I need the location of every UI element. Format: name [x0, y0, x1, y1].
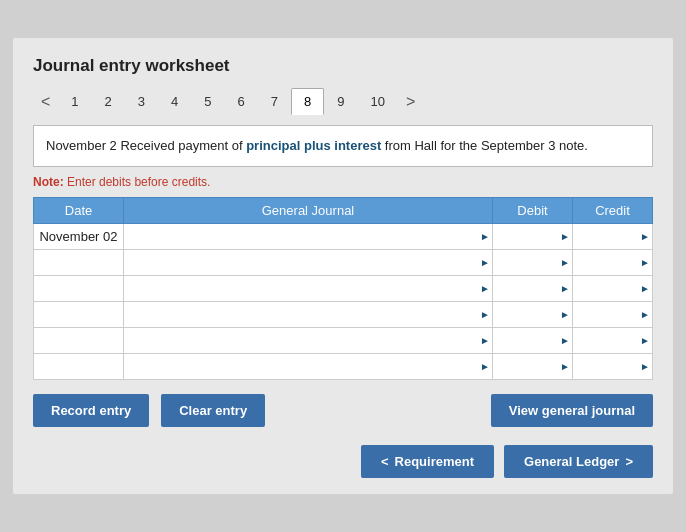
note-text: Enter debits before credits. — [64, 175, 211, 189]
cell-date-5 — [34, 353, 124, 379]
general-ledger-button[interactable]: General Ledger > — [504, 445, 653, 478]
debit-input-3[interactable] — [497, 304, 568, 325]
description-highlight: principal plus interest — [246, 138, 381, 153]
description-text-after: from Hall for the September 3 note. — [381, 138, 588, 153]
table-row: ►►► — [34, 275, 653, 301]
cell-debit-5[interactable]: ► — [493, 353, 573, 379]
tab-2[interactable]: 2 — [92, 88, 125, 115]
col-header-credit: Credit — [573, 197, 653, 223]
table-row: ►►► — [34, 353, 653, 379]
tab-bar: < 12345678910 > — [33, 88, 653, 115]
table-row: ►►► — [34, 301, 653, 327]
credit-input-3[interactable] — [577, 304, 648, 325]
cell-journal-1[interactable]: ► — [124, 249, 493, 275]
cell-credit-5[interactable]: ► — [573, 353, 653, 379]
tab-6[interactable]: 6 — [225, 88, 258, 115]
general-ledger-label: General Ledger — [524, 454, 619, 469]
cell-journal-0[interactable]: ► — [124, 223, 493, 249]
bottom-nav: < Requirement General Ledger > — [33, 445, 653, 478]
cell-journal-3[interactable]: ► — [124, 301, 493, 327]
debit-input-4[interactable] — [497, 330, 568, 351]
description-box: November 2 Received payment of principal… — [33, 125, 653, 167]
cell-debit-2[interactable]: ► — [493, 275, 573, 301]
tab-10[interactable]: 10 — [357, 88, 397, 115]
journal-input-3[interactable] — [128, 304, 488, 325]
cell-journal-2[interactable]: ► — [124, 275, 493, 301]
col-header-debit: Debit — [493, 197, 573, 223]
note-line: Note: Enter debits before credits. — [33, 175, 653, 189]
cell-date-2 — [34, 275, 124, 301]
cell-credit-3[interactable]: ► — [573, 301, 653, 327]
cell-debit-3[interactable]: ► — [493, 301, 573, 327]
journal-input-4[interactable] — [128, 330, 488, 351]
cell-date-0: November 02 — [34, 223, 124, 249]
tab-4[interactable]: 4 — [158, 88, 191, 115]
table-row: November 02►►► — [34, 223, 653, 249]
credit-input-0[interactable] — [577, 226, 648, 247]
journal-input-5[interactable] — [128, 356, 488, 377]
tab-7[interactable]: 7 — [258, 88, 291, 115]
cell-debit-0[interactable]: ► — [493, 223, 573, 249]
tab-5[interactable]: 5 — [191, 88, 224, 115]
requirement-label: Requirement — [395, 454, 474, 469]
tab-8[interactable]: 8 — [291, 88, 324, 115]
tab-next-arrow[interactable]: > — [398, 89, 423, 115]
page-title: Journal entry worksheet — [33, 56, 653, 76]
credit-input-1[interactable] — [577, 252, 648, 273]
clear-entry-button[interactable]: Clear entry — [161, 394, 265, 427]
note-label: Note: — [33, 175, 64, 189]
requirement-button[interactable]: < Requirement — [361, 445, 494, 478]
cell-date-1 — [34, 249, 124, 275]
requirement-prev-arrow: < — [381, 454, 389, 469]
tab-9[interactable]: 9 — [324, 88, 357, 115]
cell-debit-4[interactable]: ► — [493, 327, 573, 353]
action-buttons-row: Record entry Clear entry View general jo… — [33, 394, 653, 427]
journal-table: Date General Journal Debit Credit Novemb… — [33, 197, 653, 380]
cell-credit-4[interactable]: ► — [573, 327, 653, 353]
debit-input-1[interactable] — [497, 252, 568, 273]
cell-credit-2[interactable]: ► — [573, 275, 653, 301]
credit-input-4[interactable] — [577, 330, 648, 351]
journal-input-0[interactable] — [128, 226, 488, 247]
table-row: ►►► — [34, 249, 653, 275]
cell-credit-0[interactable]: ► — [573, 223, 653, 249]
cell-journal-4[interactable]: ► — [124, 327, 493, 353]
tab-3[interactable]: 3 — [125, 88, 158, 115]
cell-date-3 — [34, 301, 124, 327]
cell-credit-1[interactable]: ► — [573, 249, 653, 275]
cell-debit-1[interactable]: ► — [493, 249, 573, 275]
col-header-date: Date — [34, 197, 124, 223]
tab-1[interactable]: 1 — [58, 88, 91, 115]
cell-date-4 — [34, 327, 124, 353]
general-ledger-next-arrow: > — [625, 454, 633, 469]
debit-input-5[interactable] — [497, 356, 568, 377]
credit-input-2[interactable] — [577, 278, 648, 299]
debit-input-0[interactable] — [497, 226, 568, 247]
record-entry-button[interactable]: Record entry — [33, 394, 149, 427]
credit-input-5[interactable] — [577, 356, 648, 377]
debit-input-2[interactable] — [497, 278, 568, 299]
col-header-journal: General Journal — [124, 197, 493, 223]
tab-prev-arrow[interactable]: < — [33, 89, 58, 115]
table-row: ►►► — [34, 327, 653, 353]
journal-input-2[interactable] — [128, 278, 488, 299]
cell-journal-5[interactable]: ► — [124, 353, 493, 379]
view-journal-button[interactable]: View general journal — [491, 394, 653, 427]
journal-input-1[interactable] — [128, 252, 488, 273]
description-text-before: November 2 Received payment of — [46, 138, 246, 153]
